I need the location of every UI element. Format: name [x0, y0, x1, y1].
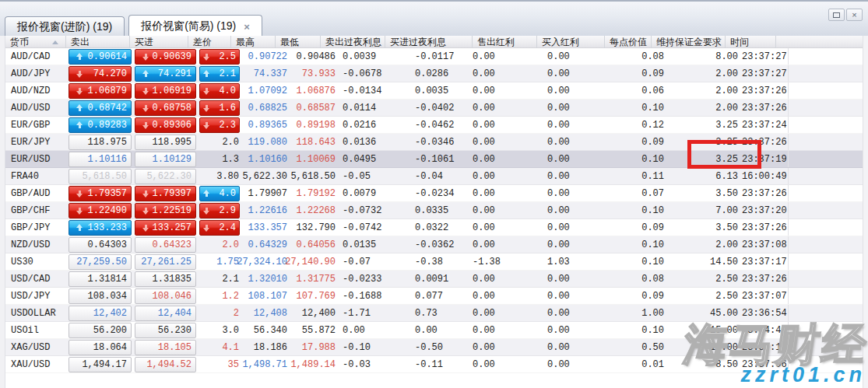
- value-text: 4.0: [210, 188, 239, 199]
- sell-button[interactable]: 1,494.17: [69, 357, 132, 372]
- quote-row-gbp-jpy[interactable]: GBP/JPY133.233133.2572.4133.357132.790-0…: [5, 219, 863, 236]
- quote-row-us30[interactable]: US3027,259.5027,261.251.7527,324.1027,14…: [5, 253, 863, 271]
- header-margin-requirement[interactable]: 维持保证金要求: [652, 36, 726, 48]
- quote-row-aud-usd[interactable]: AUD/USD0.687420.687581.60.688250.685870.…: [5, 100, 863, 117]
- sell-button[interactable]: 1.10116: [69, 152, 132, 167]
- buy-button[interactable]: 1,494.52: [135, 357, 196, 372]
- header-low[interactable]: 最低: [276, 36, 321, 48]
- buy-button[interactable]: 1.10129: [135, 152, 196, 167]
- tab-quote-advanced[interactable]: 报价视窗(进阶) (19): [5, 16, 125, 37]
- value-text: 0.10: [641, 205, 664, 216]
- quote-row-aud-cad[interactable]: AUD/CAD0.906140.906392.50.907220.904860.…: [5, 48, 863, 65]
- sell-button[interactable]: 0.64303: [69, 237, 132, 253]
- value-text: 0.89198: [297, 120, 336, 131]
- quote-row-nzd-usd[interactable]: NZD/USD0.643030.643232.00.643290.640560.…: [5, 236, 863, 253]
- header-sell-dividend[interactable]: 售出红利: [473, 36, 537, 48]
- buy-button[interactable]: 0.89306: [135, 117, 196, 133]
- buy-button[interactable]: 0.64323: [135, 237, 196, 253]
- quote-row-gbp-chf[interactable]: GBP/CHF1.224901.225192.91.226161.22268-0…: [5, 202, 863, 219]
- sell-button[interactable]: 0.89283: [69, 117, 132, 133]
- sell-button[interactable]: 0.68742: [69, 100, 132, 116]
- value-text: 133.257: [149, 222, 195, 233]
- header-buy-overnight-interest[interactable]: 买进过夜利息: [385, 36, 473, 48]
- sell-button[interactable]: 27,259.50: [69, 254, 132, 270]
- value-text: 2: [198, 308, 241, 319]
- sell-button[interactable]: 1.22490: [69, 203, 132, 218]
- quote-row-eur-gbp[interactable]: EUR/GBP0.892830.893062.30.893650.891980.…: [5, 117, 863, 134]
- buy-button[interactable]: 56.230: [135, 323, 196, 338]
- buy-button[interactable]: 118.995: [135, 135, 196, 150]
- cell-margin-requirement: 6.13: [666, 168, 740, 184]
- spread-button[interactable]: 4.0: [199, 186, 240, 201]
- header-currency[interactable]: 货币: [5, 36, 66, 48]
- value-text: -0.10: [343, 342, 371, 353]
- cell-buy-dividend: 0.00: [543, 117, 604, 133]
- cell-sell-swap: 0.0135: [338, 236, 411, 253]
- header-time[interactable]: 时间: [726, 36, 776, 48]
- buy-button[interactable]: 133.257: [135, 220, 196, 236]
- sell-button[interactable]: 5,618.50: [69, 169, 132, 184]
- header-sell[interactable]: 卖出: [66, 36, 130, 48]
- spread-button[interactable]: 2.9: [199, 203, 240, 218]
- cell-buy-swap: -0.04: [411, 168, 468, 184]
- sell-button[interactable]: 1.31814: [69, 271, 132, 287]
- header-sell-overnight-interest[interactable]: 卖出过夜利息: [321, 36, 385, 48]
- cell-buy-swap: -0.50: [411, 339, 468, 355]
- buy-button[interactable]: 0.90639: [135, 49, 196, 65]
- header-high[interactable]: 最高: [231, 36, 276, 48]
- sell-button[interactable]: 12,402: [69, 306, 132, 321]
- header-spread[interactable]: 差价: [188, 36, 231, 48]
- buy-button[interactable]: 5,622.30: [135, 169, 196, 184]
- buy-button[interactable]: 1.31835: [135, 271, 196, 287]
- header-buy-dividend[interactable]: 买入红利: [537, 36, 605, 48]
- cell-buy: 1.31835: [133, 271, 198, 287]
- quote-row-fra40[interactable]: FRA405,618.505,622.303.805,622.305,618.5…: [5, 168, 863, 185]
- spread-button[interactable]: 2.4: [199, 220, 240, 236]
- spread-button[interactable]: 2.1: [199, 66, 240, 82]
- cell-margin-requirement: 3.50: [666, 219, 740, 236]
- buy-button[interactable]: 12,404: [135, 306, 196, 321]
- quote-row-aud-nzd[interactable]: AUD/NZD1.068791.069194.01.070921.06876-0…: [5, 82, 863, 100]
- quote-row-gbp-aud[interactable]: GBP/AUD1.793571.793974.01.799071.791920.…: [5, 185, 863, 202]
- buy-button[interactable]: 1.06919: [135, 83, 196, 99]
- buy-button[interactable]: 108.046: [135, 288, 196, 304]
- buy-button[interactable]: 27,261.25: [135, 254, 196, 270]
- cell-point-value: 0.10: [604, 236, 666, 253]
- cell-buy-dividend: 0.00: [543, 82, 604, 99]
- quote-row-usd-jpy[interactable]: USD/JPY108.034108.0461.2108.107107.769-0…: [5, 288, 863, 305]
- restore-window-button[interactable]: [828, 9, 845, 21]
- buy-button[interactable]: 0.68758: [135, 100, 196, 116]
- sell-button[interactable]: 0.90614: [69, 49, 132, 65]
- header-point-value[interactable]: 每点价值: [605, 36, 652, 48]
- spread-button[interactable]: 2.3: [199, 117, 240, 133]
- sell-button[interactable]: 108.034: [69, 288, 132, 304]
- arrow-down-icon: [142, 87, 149, 95]
- cell-time: 23:37:24: [740, 117, 789, 133]
- header-label: 买进过夜利息: [390, 37, 446, 48]
- value-text: 0.00: [473, 342, 495, 353]
- sell-button[interactable]: 56.200: [69, 323, 132, 338]
- quote-row-aud-jpy[interactable]: AUD/JPY74.27074.2912.174.33773.933-0.067…: [5, 65, 863, 82]
- buy-button[interactable]: 1.79397: [135, 186, 196, 201]
- cell-low: 1.06876: [290, 82, 338, 99]
- sell-button[interactable]: 118.975: [69, 135, 132, 150]
- sell-button[interactable]: 133.233: [69, 220, 132, 236]
- sell-button[interactable]: 1.06879: [69, 83, 132, 99]
- buy-button[interactable]: 74.291: [135, 66, 196, 82]
- tab-quote-simple[interactable]: 报价视窗(简易) (19) ×: [128, 15, 262, 37]
- value-text: 0.0216: [343, 120, 376, 131]
- header-buy[interactable]: 买进: [130, 36, 188, 48]
- spread-button[interactable]: 2.5: [199, 49, 240, 65]
- sell-button[interactable]: 18.064: [69, 340, 132, 355]
- sell-button[interactable]: 74.270: [69, 66, 132, 82]
- cell-sell: 18.064: [67, 339, 133, 355]
- buy-button[interactable]: 1.22519: [135, 203, 196, 218]
- close-window-button[interactable]: ×: [846, 9, 863, 21]
- sell-button[interactable]: 1.79357: [69, 186, 132, 201]
- quote-row-usd-cad[interactable]: USD/CAD1.318141.318352.11.320101.31775-0…: [5, 271, 863, 288]
- spread-button[interactable]: 4.0: [199, 83, 240, 99]
- window-controls: ×: [828, 9, 863, 21]
- tab-close-icon[interactable]: ×: [244, 22, 250, 32]
- spread-button[interactable]: 1.6: [199, 100, 240, 116]
- buy-button[interactable]: 18.105: [135, 340, 196, 355]
